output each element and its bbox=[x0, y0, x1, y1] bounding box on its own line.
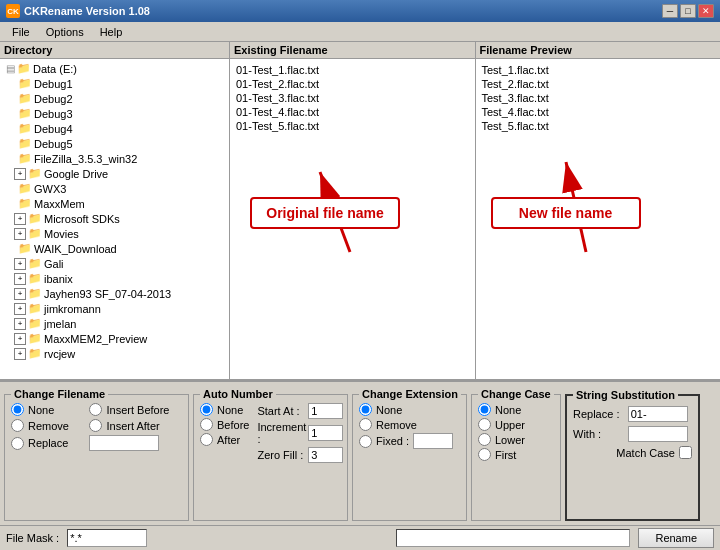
status-bar: File Mask : Rename bbox=[0, 525, 720, 550]
main-content: Directory ▤ 📁 Data (E:) 📁 Debug1 📁 Debug… bbox=[0, 42, 720, 380]
tree-expander[interactable]: + bbox=[14, 258, 26, 270]
tree-expander[interactable]: + bbox=[14, 318, 26, 330]
change-ext-none-radio[interactable] bbox=[359, 403, 372, 416]
change-filename-replace-radio[interactable] bbox=[11, 437, 24, 450]
increment-input[interactable] bbox=[308, 425, 343, 441]
list-item[interactable]: + 📁 ibanix bbox=[2, 271, 227, 286]
tree-expander[interactable]: + bbox=[14, 333, 26, 345]
tree-item-root[interactable]: ▤ 📁 Data (E:) bbox=[2, 61, 227, 76]
list-item[interactable]: Test_2.flac.txt bbox=[480, 77, 717, 91]
list-item[interactable]: 01-Test_4.flac.txt bbox=[234, 105, 471, 119]
change-filename-replace-input[interactable] bbox=[89, 435, 159, 451]
replace-input[interactable] bbox=[628, 406, 688, 422]
tree-expander[interactable]: + bbox=[14, 168, 26, 180]
zero-fill-input[interactable] bbox=[308, 447, 343, 463]
directory-tree[interactable]: ▤ 📁 Data (E:) 📁 Debug1 📁 Debug2 📁 Debug3… bbox=[0, 59, 229, 376]
change-case-upper-radio[interactable] bbox=[478, 418, 491, 431]
menu-help[interactable]: Help bbox=[92, 25, 131, 39]
list-item[interactable]: Test_1.flac.txt bbox=[480, 63, 717, 77]
tree-expander[interactable]: + bbox=[14, 303, 26, 315]
change-filename-remove-radio[interactable] bbox=[11, 419, 24, 432]
maximize-button[interactable]: □ bbox=[680, 4, 696, 18]
list-item[interactable]: Test_5.flac.txt bbox=[480, 119, 717, 133]
list-item[interactable]: 📁 FileZilla_3.5.3_win32 bbox=[2, 151, 227, 166]
auto-number-before-option[interactable]: Before bbox=[200, 418, 249, 431]
close-button[interactable]: ✕ bbox=[698, 4, 714, 18]
change-ext-fixed-option[interactable]: Fixed : bbox=[359, 433, 460, 449]
change-ext-fixed-radio[interactable] bbox=[359, 435, 372, 448]
list-item[interactable]: + 📁 Jayhen93 SF_07-04-2013 bbox=[2, 286, 227, 301]
list-item[interactable]: + 📁 rvcjew bbox=[2, 346, 227, 361]
list-item[interactable]: 📁 Debug1 bbox=[2, 76, 227, 91]
list-item[interactable]: + 📁 Google Drive bbox=[2, 166, 227, 181]
auto-number-none-option[interactable]: None bbox=[200, 403, 249, 416]
start-at-input[interactable] bbox=[308, 403, 343, 419]
change-ext-remove-radio[interactable] bbox=[359, 418, 372, 431]
list-item[interactable]: 📁 MaxxMem bbox=[2, 196, 227, 211]
change-case-lower-radio[interactable] bbox=[478, 433, 491, 446]
filemask-label: File Mask : bbox=[6, 532, 59, 544]
list-item[interactable]: 01-Test_5.flac.txt bbox=[234, 119, 471, 133]
tree-expander[interactable]: + bbox=[14, 288, 26, 300]
list-item[interactable]: 01-Test_3.flac.txt bbox=[234, 91, 471, 105]
change-filename-remove-option[interactable]: Remove bbox=[11, 419, 81, 432]
change-filename-insert-before-option[interactable]: Insert Before bbox=[89, 403, 182, 416]
auto-number-after-option[interactable]: After bbox=[200, 433, 249, 446]
list-item[interactable]: Test_3.flac.txt bbox=[480, 91, 717, 105]
change-filename-none-radio[interactable] bbox=[11, 403, 24, 416]
auto-number-before-radio[interactable] bbox=[200, 418, 213, 431]
change-case-none-label: None bbox=[495, 404, 521, 416]
change-filename-none-option[interactable]: None bbox=[11, 403, 81, 416]
filemask-input[interactable] bbox=[67, 529, 147, 547]
svg-line-3 bbox=[566, 162, 586, 252]
list-item[interactable]: + 📁 jimkromann bbox=[2, 301, 227, 316]
folder-icon: 📁 bbox=[18, 122, 32, 135]
change-filename-replace-option[interactable]: Replace bbox=[11, 437, 81, 450]
insert-before-radio[interactable] bbox=[89, 403, 102, 416]
rename-button[interactable]: Rename bbox=[638, 528, 714, 548]
folder-icon: 📁 bbox=[28, 212, 42, 225]
change-case-upper-option[interactable]: Upper bbox=[478, 418, 554, 431]
auto-number-after-radio[interactable] bbox=[200, 433, 213, 446]
list-item[interactable]: + 📁 Movies bbox=[2, 226, 227, 241]
list-item[interactable]: 01-Test_2.flac.txt bbox=[234, 77, 471, 91]
menu-options[interactable]: Options bbox=[38, 25, 92, 39]
change-extension-options: None Remove Fixed : bbox=[359, 403, 460, 449]
with-input[interactable] bbox=[628, 426, 688, 442]
list-item[interactable]: + 📁 jmelan bbox=[2, 316, 227, 331]
tree-expander[interactable]: + bbox=[14, 228, 26, 240]
list-item[interactable]: + 📁 Gali bbox=[2, 256, 227, 271]
list-item[interactable]: 📁 WAIK_Download bbox=[2, 241, 227, 256]
list-item[interactable]: 01-Test_1.flac.txt bbox=[234, 63, 471, 77]
list-item[interactable]: 📁 Debug5 bbox=[2, 136, 227, 151]
tree-expander[interactable]: + bbox=[14, 273, 26, 285]
status-input[interactable] bbox=[396, 529, 631, 547]
auto-number-none-radio[interactable] bbox=[200, 403, 213, 416]
tree-expander[interactable]: + bbox=[14, 348, 26, 360]
minimize-button[interactable]: ─ bbox=[662, 4, 678, 18]
change-case-none-option[interactable]: None bbox=[478, 403, 554, 416]
list-item[interactable]: Test_4.flac.txt bbox=[480, 105, 717, 119]
list-item[interactable]: 📁 Debug4 bbox=[2, 121, 227, 136]
menu-file[interactable]: File bbox=[4, 25, 38, 39]
change-ext-fixed-input[interactable] bbox=[413, 433, 453, 449]
match-case-checkbox[interactable] bbox=[679, 446, 692, 459]
change-case-first-option[interactable]: First bbox=[478, 448, 554, 461]
change-case-first-radio[interactable] bbox=[478, 448, 491, 461]
change-case-none-radio[interactable] bbox=[478, 403, 491, 416]
list-item[interactable]: + 📁 Microsoft SDKs bbox=[2, 211, 227, 226]
string-substitution-title: String Substitution bbox=[573, 389, 678, 401]
insert-after-radio[interactable] bbox=[89, 419, 102, 432]
list-item[interactable]: 📁 GWX3 bbox=[2, 181, 227, 196]
list-item[interactable]: + 📁 MaxxMEM2_Preview bbox=[2, 331, 227, 346]
list-item[interactable]: 📁 Debug2 bbox=[2, 91, 227, 106]
insert-after-label: Insert After bbox=[106, 420, 159, 432]
change-ext-none-option[interactable]: None bbox=[359, 403, 460, 416]
tree-label: jmelan bbox=[44, 318, 76, 330]
list-item[interactable]: 📁 Debug3 bbox=[2, 106, 227, 121]
change-case-lower-option[interactable]: Lower bbox=[478, 433, 554, 446]
change-filename-insert-after-option[interactable]: Insert After bbox=[89, 419, 182, 432]
tree-expander[interactable]: + bbox=[14, 213, 26, 225]
folder-icon: 📁 bbox=[17, 62, 31, 75]
change-ext-remove-option[interactable]: Remove bbox=[359, 418, 460, 431]
